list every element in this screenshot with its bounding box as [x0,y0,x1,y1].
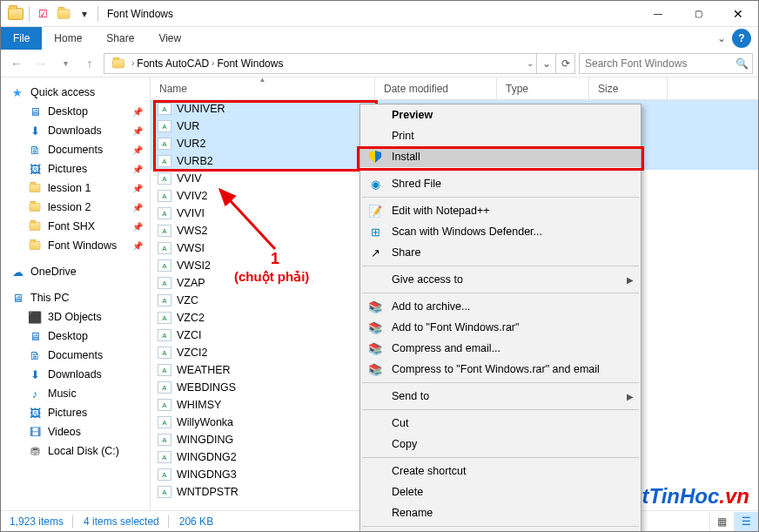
status-item-count: 1,923 items [10,515,73,528]
nav-desktop2[interactable]: 🖥Desktop [1,327,150,346]
file-name: VWS2 [177,225,207,237]
help-button[interactable]: ? [732,29,751,48]
nav-back-button[interactable]: ← [6,53,27,74]
refresh-button[interactable]: ⟳ [555,54,574,73]
cm-addrar[interactable]: 📚Add to "Font Windows.rar" [360,317,641,338]
maximize-button[interactable]: ▢ [678,1,718,27]
winrar-icon: 📚 [367,340,383,356]
column-headers[interactable]: Name▲ Date modified Type Size [151,77,758,100]
search-icon[interactable]: 🔍 [735,57,749,70]
file-name: VUR2 [177,138,205,150]
font-file-icon: A [158,138,171,150]
qat-customize-icon[interactable]: ▾ [75,4,94,24]
file-name: VUR [177,120,199,132]
breadcrumb-parent[interactable]: Fonts AutoCAD [137,57,209,70]
file-name: WillyWonka [177,416,233,428]
column-type[interactable]: Type [497,77,589,99]
file-name: VWSI [177,242,205,254]
tab-home[interactable]: Home [42,28,94,49]
font-file-icon: A [158,451,171,463]
font-file-icon: A [158,259,171,272]
minimize-button[interactable]: — [638,1,678,27]
cm-share[interactable]: ↗Share [360,242,641,263]
nav-downloads[interactable]: ⬇Downloads📌 [1,121,150,140]
cm-install[interactable]: Install [360,146,641,167]
cm-cut[interactable]: Cut [360,413,641,434]
column-name[interactable]: Name▲ [151,77,375,99]
nav-3dobjects[interactable]: ⬛3D Objects [1,307,150,327]
column-size[interactable]: Size [589,77,668,99]
font-file-icon: A [158,277,171,289]
nav-documents[interactable]: 🗎Documents📌 [1,140,150,159]
nav-recent-button[interactable]: ▾ [55,53,76,74]
font-file-icon: A [158,329,171,341]
breadcrumb[interactable]: › Fonts AutoCAD › Font Windows ⌄ ⌄ ⟳ [104,53,575,74]
nav-fontwindows[interactable]: Font Windows📌 [1,236,150,255]
shield-icon [367,149,383,165]
file-name: VVIV [177,172,202,185]
font-file-icon: A [158,312,171,324]
winrar-icon: 📚 [367,361,383,377]
nav-videos[interactable]: 🎞Videos [1,422,150,441]
nav-lession1[interactable]: lession 1📌 [1,178,150,198]
nav-fontshx[interactable]: Font SHX📌 [1,217,150,236]
file-name: VVIV2 [177,190,207,202]
nav-lession2[interactable]: lession 2📌 [1,198,150,217]
tab-share[interactable]: Share [94,28,146,49]
breadcrumb-current[interactable]: Font Windows [217,57,283,70]
nav-localdisk[interactable]: ⛃Local Disk (C:) [1,441,150,461]
cm-sendto[interactable]: Send to▶ [360,386,641,407]
file-name: VUNIVER [177,103,225,115]
font-file-icon: A [158,172,171,185]
cm-copy[interactable]: Copy [360,434,641,455]
font-file-icon: A [158,434,171,446]
cm-rename[interactable]: Rename [360,502,641,523]
system-folder-icon[interactable] [6,4,25,24]
nav-music[interactable]: ♪Music [1,384,150,403]
cm-notepadpp[interactable]: 📝Edit with Notepad++ [360,200,641,221]
cm-compressemail[interactable]: 📚Compress and email... [360,338,641,359]
close-button[interactable]: ✕ [718,1,758,27]
address-bar-row: ← → ▾ ↑ › Fonts AutoCAD › Font Windows ⌄… [1,50,758,77]
cm-delete[interactable]: Delete [360,481,641,502]
nav-forward-button[interactable]: → [30,53,51,74]
qat-new-folder-icon[interactable] [54,4,73,24]
cm-addarchive[interactable]: 📚Add to archive... [360,296,641,317]
cm-giveaccess[interactable]: Give access to▶ [360,269,641,290]
nav-downloads2[interactable]: ⬇Downloads [1,365,150,384]
font-file-icon: A [158,155,171,167]
file-name: VURB2 [177,155,213,167]
nav-quick-access[interactable]: ★Quick access [1,83,150,102]
file-name: VWSI2 [177,259,211,272]
navigation-pane[interactable]: ★Quick access 🖥Desktop📌 ⬇Downloads📌 🗎Doc… [1,77,151,510]
cm-defender[interactable]: ⊞Scan with Windows Defender... [360,221,641,242]
winrar-icon: 📚 [367,299,383,314]
nav-documents2[interactable]: 🗎Documents [1,346,150,365]
nav-thispc[interactable]: 🖥This PC [1,288,150,307]
search-box[interactable]: 🔍 [579,53,753,74]
nav-pictures[interactable]: 🖼Pictures📌 [1,159,150,178]
file-name: WHIMSY [177,399,221,411]
qat-properties-icon[interactable]: ☑ [33,4,52,24]
nav-up-button[interactable]: ↑ [79,53,100,74]
nav-onedrive[interactable]: ☁OneDrive [1,262,150,281]
cm-compressrar[interactable]: 📚Compress to "Font Windows.rar" and emai… [360,359,641,380]
nav-desktop[interactable]: 🖥Desktop📌 [1,102,150,121]
cm-shred[interactable]: ◉Shred File [360,173,641,194]
cm-preview[interactable]: Preview [360,104,641,125]
ribbon-tabs: File Home Share View ⌄ ? [1,27,758,50]
view-thumbnails-button[interactable]: ▦ [709,512,734,531]
file-name: VZAP [177,277,205,289]
search-input[interactable] [580,57,752,70]
breadcrumb-dropdown-icon[interactable]: ⌄ [536,54,555,73]
ribbon-expand-icon[interactable]: ⌄ [711,32,732,44]
cm-shortcut[interactable]: Create shortcut [360,461,641,481]
nav-pictures2[interactable]: 🖼Pictures [1,403,150,422]
view-details-button[interactable]: ☰ [734,512,758,531]
column-date[interactable]: Date modified [375,77,497,99]
cm-print[interactable]: Print [360,125,641,146]
tab-file[interactable]: File [1,27,42,50]
file-name: WINGDNG2 [177,451,237,463]
context-menu[interactable]: Preview Print Install ◉Shred File 📝Edit … [359,104,641,532]
tab-view[interactable]: View [146,28,193,49]
